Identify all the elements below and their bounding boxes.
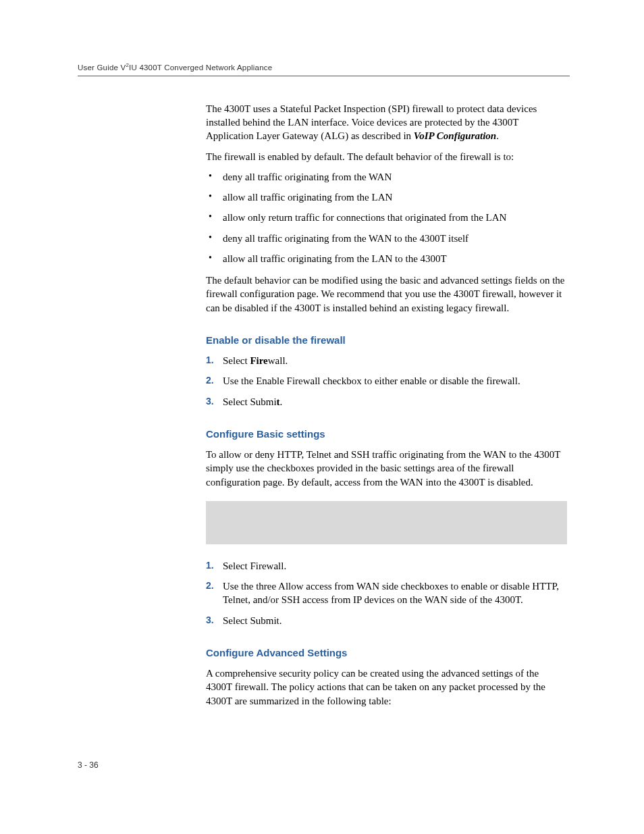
step-text: Select Submit. [223, 615, 282, 626]
step-item: 2. Use the Enable Firewall checkbox to e… [206, 374, 567, 388]
step-text-pre: Select [223, 355, 250, 366]
step-item: 1. Select Firewall. [206, 559, 567, 573]
step-text-bold: Fire [250, 355, 267, 366]
intro-paragraph-3: The default behavior can be modified usi… [206, 273, 567, 315]
step-number: 2. [206, 579, 214, 592]
step-text: Select Firewall. [223, 561, 286, 571]
voip-config-ref: VoIP Configuration [414, 130, 496, 141]
callout-placeholder [206, 501, 567, 544]
step-number: 3. [206, 395, 214, 408]
step-text-pre: Select Submi [223, 396, 277, 407]
step-number: 3. [206, 614, 214, 627]
step-item: 2. Use the three Allow access from WAN s… [206, 579, 567, 607]
list-item: allow all traffic originating from the L… [206, 252, 567, 265]
intro-paragraph-1: The 4300T uses a Stateful Packet Inspect… [206, 102, 567, 143]
basic-settings-intro: To allow or deny HTTP, Telnet and SSH tr… [206, 448, 567, 489]
heading-configure-basic: Configure Basic settings [206, 427, 567, 441]
advanced-settings-intro: A comprehensive security policy can be c… [206, 667, 567, 708]
step-number: 1. [206, 354, 214, 367]
firewall-default-list: deny all traffic originating from the WA… [206, 170, 567, 265]
heading-enable-disable-firewall: Enable or disable the firewall [206, 334, 567, 347]
steps-enable-disable: 1. Select Firewall. 2. Use the Enable Fi… [206, 354, 567, 409]
list-item: allow all traffic originating from the L… [206, 190, 567, 204]
step-text-post: . [280, 396, 283, 407]
step-item: 1. Select Firewall. [206, 354, 567, 367]
step-text-post: wall. [268, 355, 288, 366]
header-suffix: IU 4300T Converged Network Appliance [129, 63, 272, 72]
step-item: 3. Select Submit. [206, 395, 567, 409]
list-item: deny all traffic originating from the WA… [206, 170, 567, 184]
list-item: allow only return traffic for connection… [206, 211, 567, 224]
list-item: deny all traffic originating from the WA… [206, 232, 567, 245]
page-content: The 4300T uses a Stateful Packet Inspect… [206, 102, 567, 708]
intro-p1-end: . [496, 130, 499, 141]
step-text: Use the three Allow access from WAN side… [223, 581, 559, 605]
step-number: 1. [206, 559, 214, 572]
page-header: User Guide V2IU 4300T Converged Network … [78, 62, 570, 76]
step-number: 2. [206, 374, 214, 387]
header-prefix: User Guide V [78, 63, 126, 72]
intro-paragraph-2: The firewall is enabled by default. The … [206, 150, 567, 163]
steps-basic-settings: 1. Select Firewall. 2. Use the three All… [206, 559, 567, 627]
page-number: 3 - 36 [78, 760, 99, 770]
step-item: 3. Select Submit. [206, 614, 567, 627]
step-text: Use the Enable Firewall checkbox to eith… [223, 375, 520, 386]
heading-configure-advanced: Configure Advanced Settings [206, 646, 567, 660]
